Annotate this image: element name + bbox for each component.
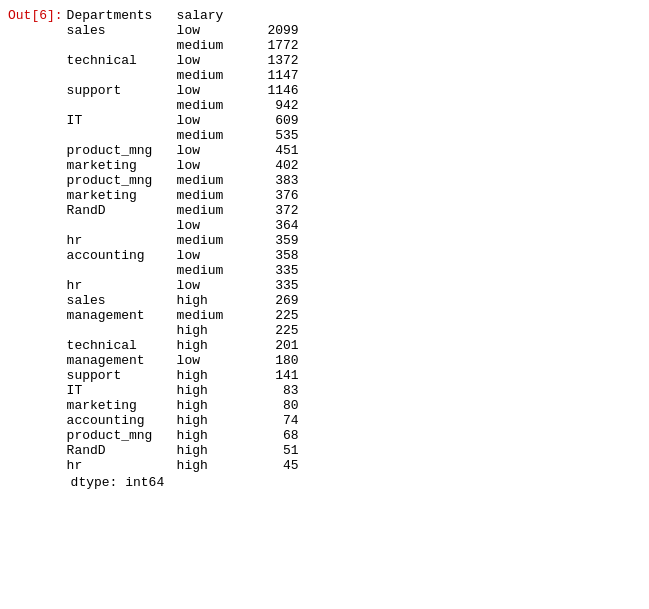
cell-department: support <box>67 368 177 383</box>
cell-salary: medium <box>177 188 257 203</box>
cell-salary: low <box>177 23 257 38</box>
cell-department <box>67 323 177 338</box>
cell-salary: medium <box>177 38 257 53</box>
cell-department: marketing <box>67 188 177 203</box>
cell-department <box>67 38 177 53</box>
cell-department: hr <box>67 458 177 473</box>
cell-department: accounting <box>67 248 177 263</box>
cell-department: IT <box>67 383 177 398</box>
cell-department <box>67 68 177 83</box>
cell-salary: low <box>177 353 257 368</box>
cell-salary: medium <box>177 173 257 188</box>
table-row: high225 <box>67 323 307 338</box>
cell-value: 269 <box>257 293 307 308</box>
cell-value: 83 <box>257 383 307 398</box>
cell-salary: low <box>177 143 257 158</box>
cell-value: 225 <box>257 308 307 323</box>
table-row: RandDmedium372 <box>67 203 307 218</box>
cell-value: 376 <box>257 188 307 203</box>
cell-department: management <box>67 308 177 323</box>
cell-department: marketing <box>67 158 177 173</box>
cell-value: 359 <box>257 233 307 248</box>
table-row: hrmedium359 <box>67 233 307 248</box>
table-row: medium1147 <box>67 68 307 83</box>
cell-department <box>67 98 177 113</box>
cell-value: 335 <box>257 278 307 293</box>
cell-salary: high <box>177 443 257 458</box>
notebook-output: Out[6]: Departments salary saleslow2099m… <box>8 8 641 490</box>
cell-value: 942 <box>257 98 307 113</box>
table-row: product_mngmedium383 <box>67 173 307 188</box>
cell-value: 2099 <box>257 23 307 38</box>
cell-department: product_mng <box>67 173 177 188</box>
cell-department: product_mng <box>67 143 177 158</box>
cell-department: hr <box>67 278 177 293</box>
table-row: supporthigh141 <box>67 368 307 383</box>
table-row: medium335 <box>67 263 307 278</box>
header-departments: Departments <box>67 8 177 23</box>
cell-department <box>67 218 177 233</box>
cell-department <box>67 263 177 278</box>
table-row: hrlow335 <box>67 278 307 293</box>
table-row: IThigh83 <box>67 383 307 398</box>
cell-salary: high <box>177 428 257 443</box>
cell-salary: medium <box>177 233 257 248</box>
cell-value: 68 <box>257 428 307 443</box>
cell-value: 609 <box>257 113 307 128</box>
cell-salary: high <box>177 323 257 338</box>
cell-salary: low <box>177 83 257 98</box>
cell-value: 1372 <box>257 53 307 68</box>
cell-salary: medium <box>177 263 257 278</box>
table-row: marketinglow402 <box>67 158 307 173</box>
cell-department <box>67 128 177 143</box>
cell-department: IT <box>67 113 177 128</box>
table-row: RandDhigh51 <box>67 443 307 458</box>
table-header: Departments salary <box>67 8 307 23</box>
table-row: technicallow1372 <box>67 53 307 68</box>
cell-salary: low <box>177 248 257 263</box>
cell-value: 45 <box>257 458 307 473</box>
table-row: product_mnghigh68 <box>67 428 307 443</box>
table-row: product_mnglow451 <box>67 143 307 158</box>
table-row: medium942 <box>67 98 307 113</box>
cell-salary: high <box>177 398 257 413</box>
cell-value: 364 <box>257 218 307 233</box>
cell-salary: medium <box>177 128 257 143</box>
cell-value: 372 <box>257 203 307 218</box>
table-row: ITlow609 <box>67 113 307 128</box>
table-row: marketinghigh80 <box>67 398 307 413</box>
cell-department: marketing <box>67 398 177 413</box>
cell-value: 1146 <box>257 83 307 98</box>
cell-salary: high <box>177 458 257 473</box>
cell-value: 402 <box>257 158 307 173</box>
header-salary: salary <box>177 8 257 23</box>
cell-salary: low <box>177 218 257 233</box>
table-row: technicalhigh201 <box>67 338 307 353</box>
cell-value: 225 <box>257 323 307 338</box>
cell-department: technical <box>67 53 177 68</box>
table-row: saleshigh269 <box>67 293 307 308</box>
cell-salary: medium <box>177 98 257 113</box>
cell-salary: medium <box>177 203 257 218</box>
cell-salary: high <box>177 368 257 383</box>
table-row: managementmedium225 <box>67 308 307 323</box>
table-row: saleslow2099 <box>67 23 307 38</box>
cell-value: 358 <box>257 248 307 263</box>
cell-value: 451 <box>257 143 307 158</box>
cell-value: 201 <box>257 338 307 353</box>
cell-department: sales <box>67 23 177 38</box>
table-row: accountinglow358 <box>67 248 307 263</box>
cell-department: accounting <box>67 413 177 428</box>
dtype-label: dtype: int64 <box>67 475 307 490</box>
table-row: supportlow1146 <box>67 83 307 98</box>
table-row: hrhigh45 <box>67 458 307 473</box>
cell-salary: high <box>177 413 257 428</box>
cell-value: 1147 <box>257 68 307 83</box>
table-row: marketingmedium376 <box>67 188 307 203</box>
cell-department: hr <box>67 233 177 248</box>
cell-value: 74 <box>257 413 307 428</box>
cell-salary: medium <box>177 68 257 83</box>
cell-department: management <box>67 353 177 368</box>
cell-value: 80 <box>257 398 307 413</box>
cell-value: 1772 <box>257 38 307 53</box>
